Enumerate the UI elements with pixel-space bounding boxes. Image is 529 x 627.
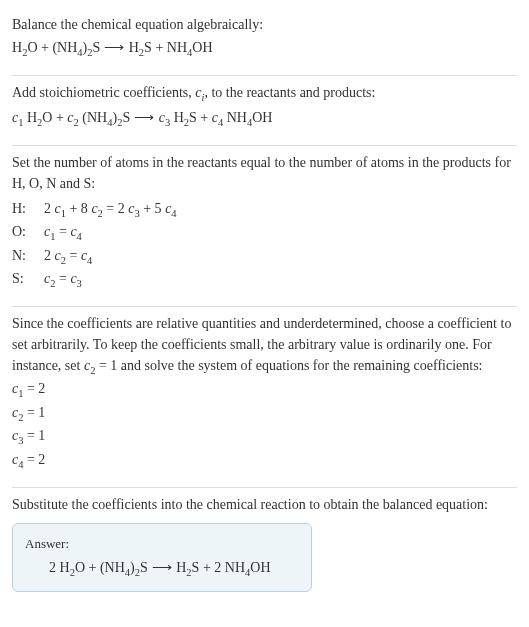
eq-text: = xyxy=(55,224,70,239)
eq-text: 2 H xyxy=(49,560,70,575)
eq-text: OH xyxy=(252,110,272,125)
atom-row-n: N: 2 c2 = c4 xyxy=(12,245,517,269)
eq-text: = xyxy=(55,271,70,286)
coef-sub: 3 xyxy=(77,278,82,289)
atoms-heading: Set the number of atoms in the reactants… xyxy=(12,152,517,194)
balanced-equation: 2 H2O + (NH4)2S ⟶ H2S + 2 NH4OH xyxy=(25,557,299,581)
atom-eq: 2 c2 = c4 xyxy=(44,245,92,269)
eq-text: = xyxy=(66,248,81,263)
solve-text-b: = 1 and solve the system of equations fo… xyxy=(95,358,482,373)
eq-text: O + (NH xyxy=(27,40,77,55)
eq-text: H xyxy=(23,110,37,125)
eq-text: + 5 xyxy=(140,201,165,216)
answer-label: Answer: xyxy=(25,534,299,554)
stoich-heading: Add stoichiometric coefficients, ci, to … xyxy=(12,82,517,106)
eq-text: H xyxy=(176,560,186,575)
eq-text: O + xyxy=(42,110,67,125)
atoms-section: Set the number of atoms in the reactants… xyxy=(12,146,517,307)
eq-text: NH xyxy=(223,110,247,125)
eq-text: S + xyxy=(189,110,212,125)
final-section: Substitute the coefficients into the che… xyxy=(12,488,517,606)
atom-eq: c2 = c3 xyxy=(44,268,82,292)
eq-text: = 2 xyxy=(103,201,128,216)
result-row: c3 = 1 xyxy=(12,425,517,449)
coef-sub: 4 xyxy=(77,231,82,242)
eq-text: S xyxy=(140,560,148,575)
result-row: c1 = 2 xyxy=(12,378,517,402)
arrow-icon: ⟶ xyxy=(100,40,129,55)
atom-row-h: H: 2 c1 + 8 c2 = 2 c3 + 5 c4 xyxy=(12,198,517,222)
arrow-icon: ⟶ xyxy=(130,110,159,125)
eq-text: (NH xyxy=(79,110,107,125)
coef-sub: 4 xyxy=(171,207,176,218)
eq-text: 2 xyxy=(44,201,55,216)
solve-text: Since the coefficients are relative quan… xyxy=(12,313,517,379)
result-val: = 1 xyxy=(23,405,45,420)
atom-row-o: O: c1 = c4 xyxy=(12,221,517,245)
heading-text: , to the reactants and products: xyxy=(204,85,375,100)
eq-text: O + (NH xyxy=(75,560,125,575)
atom-eq: c1 = c4 xyxy=(44,221,82,245)
atom-label: O: xyxy=(12,221,34,245)
result-val: = 2 xyxy=(23,452,45,467)
atom-label: N: xyxy=(12,245,34,269)
intro-heading: Balance the chemical equation algebraica… xyxy=(12,14,517,35)
result-row: c2 = 1 xyxy=(12,402,517,426)
eq-text: S + NH xyxy=(144,40,187,55)
stoich-equation: c1 H2O + c2 (NH4)2S ⟶ c3 H2S + c4 NH4OH xyxy=(12,107,517,131)
eq-text: 2 xyxy=(44,248,55,263)
atom-row-s: S: c2 = c3 xyxy=(12,268,517,292)
atom-eq: 2 c1 + 8 c2 = 2 c3 + 5 c4 xyxy=(44,198,177,222)
eq-text: S + 2 NH xyxy=(192,560,245,575)
eq-text: H xyxy=(170,110,184,125)
solve-section: Since the coefficients are relative quan… xyxy=(12,307,517,488)
eq-text: H xyxy=(129,40,139,55)
result-val: = 2 xyxy=(23,381,45,396)
answer-box: Answer: 2 H2O + (NH4)2S ⟶ H2S + 2 NH4OH xyxy=(12,523,312,592)
result-row: c4 = 2 xyxy=(12,449,517,473)
arrow-icon: ⟶ xyxy=(148,560,177,575)
heading-text: Add stoichiometric coefficients, xyxy=(12,85,195,100)
eq-text: + 8 xyxy=(66,201,91,216)
eq-text: H xyxy=(12,40,22,55)
atom-label: H: xyxy=(12,198,34,222)
intro-section: Balance the chemical equation algebraica… xyxy=(12,8,517,76)
coef-sub: 4 xyxy=(87,255,92,266)
coefficient-results: c1 = 2 c2 = 1 c3 = 1 c4 = 2 xyxy=(12,378,517,472)
final-heading: Substitute the coefficients into the che… xyxy=(12,494,517,515)
eq-text: OH xyxy=(250,560,270,575)
stoich-section: Add stoichiometric coefficients, ci, to … xyxy=(12,76,517,146)
atom-table: H: 2 c1 + 8 c2 = 2 c3 + 5 c4 O: c1 = c4 … xyxy=(12,198,517,292)
result-val: = 1 xyxy=(23,428,45,443)
eq-text: OH xyxy=(192,40,212,55)
atom-label: S: xyxy=(12,268,34,292)
unbalanced-equation: H2O + (NH4)2S ⟶ H2S + NH4OH xyxy=(12,37,517,61)
